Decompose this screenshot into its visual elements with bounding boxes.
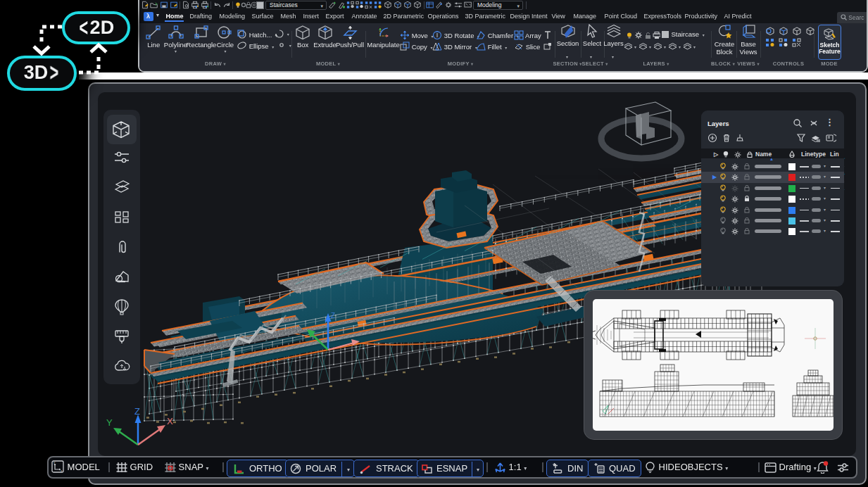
svg-text:Z: Z xyxy=(134,406,140,417)
svg-text:Y: Y xyxy=(106,417,113,428)
svg-text:X: X xyxy=(167,416,173,426)
svg-text:Y: Y xyxy=(54,462,56,465)
svg-text:Z: Z xyxy=(331,312,335,320)
